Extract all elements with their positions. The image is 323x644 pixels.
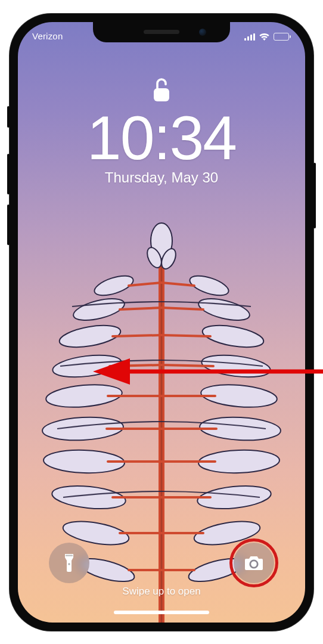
status-right bbox=[244, 32, 291, 41]
clock-block: 10:34 Thursday, May 30 bbox=[18, 106, 305, 186]
carrier-label: Verizon bbox=[32, 31, 63, 41]
flashlight-icon bbox=[60, 553, 78, 573]
swipe-up-hint: Swipe up to open bbox=[18, 586, 305, 597]
volume-down-button[interactable] bbox=[7, 205, 10, 245]
wifi-icon bbox=[259, 33, 270, 41]
svg-rect-0 bbox=[154, 88, 169, 101]
earpiece bbox=[144, 30, 179, 34]
mute-switch[interactable] bbox=[7, 106, 10, 128]
volume-up-button[interactable] bbox=[7, 154, 10, 194]
cellular-signal-icon bbox=[244, 33, 255, 41]
phone-frame: Verizon bbox=[10, 14, 313, 631]
unlock-icon bbox=[151, 76, 172, 107]
clock-date: Thursday, May 30 bbox=[18, 169, 305, 186]
lock-screen[interactable]: Verizon bbox=[18, 22, 305, 623]
svg-point-5 bbox=[72, 294, 127, 324]
flashlight-button[interactable] bbox=[49, 543, 89, 583]
front-camera bbox=[199, 29, 206, 36]
svg-rect-24 bbox=[66, 555, 73, 556]
home-indicator[interactable] bbox=[114, 611, 209, 614]
clock-time: 10:34 bbox=[18, 106, 305, 171]
camera-button[interactable] bbox=[234, 543, 274, 583]
svg-point-25 bbox=[68, 563, 70, 565]
notch bbox=[93, 22, 230, 42]
svg-point-15 bbox=[197, 294, 252, 324]
camera-icon bbox=[244, 555, 264, 571]
power-button[interactable] bbox=[313, 163, 316, 228]
battery-icon bbox=[274, 33, 291, 41]
